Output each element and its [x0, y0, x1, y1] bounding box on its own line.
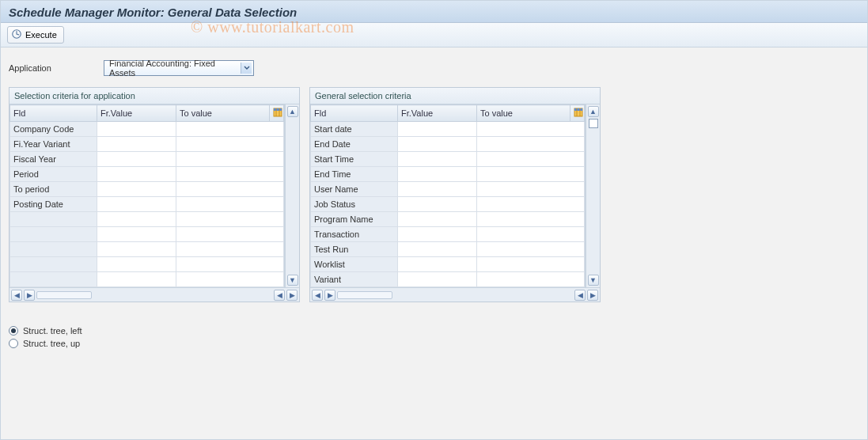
- cell-fr-value[interactable]: [97, 257, 176, 272]
- cell-to-value[interactable]: [176, 242, 284, 257]
- col-to[interactable]: To value: [176, 105, 270, 122]
- grid-app: Fld Fr.Value To value Company CodeF: [9, 104, 285, 287]
- cell-fr-value[interactable]: [398, 182, 477, 197]
- table-row: To period: [10, 182, 284, 197]
- cell-fr-value[interactable]: [97, 242, 176, 257]
- cell-fr-value[interactable]: [97, 272, 176, 287]
- table-row: Program Name: [311, 212, 585, 227]
- vertical-scrollbar[interactable]: ▲ ▼: [586, 104, 600, 287]
- cell-to-value[interactable]: [176, 152, 284, 167]
- scroll-right-icon[interactable]: ▶: [24, 290, 35, 301]
- cell-to-value[interactable]: [176, 137, 284, 152]
- cell-fr-value[interactable]: [398, 167, 477, 182]
- radio-struct-tree-up[interactable]: Struct. tree, up: [9, 339, 859, 348]
- col-fr[interactable]: Fr.Value: [398, 105, 477, 122]
- toolbar: Execute © www.tutorialkart.com: [1, 23, 867, 47]
- scroll-right-icon[interactable]: ▶: [324, 290, 335, 301]
- cell-to-value[interactable]: [176, 122, 284, 137]
- cell-to-value[interactable]: [477, 152, 585, 167]
- col-to[interactable]: To value: [477, 105, 570, 122]
- table-row: Transaction: [311, 227, 585, 242]
- cell-to-value[interactable]: [176, 197, 284, 212]
- col-fld[interactable]: Fld: [10, 105, 97, 122]
- page-title: Schedule Manager Monitor: General Data S…: [9, 6, 859, 19]
- cell-fr-value[interactable]: [97, 182, 176, 197]
- application-dropdown[interactable]: Financial Accounting: Fixed Assets: [104, 60, 254, 76]
- cell-to-value[interactable]: [477, 182, 585, 197]
- select-all-checkbox[interactable]: [589, 119, 598, 128]
- cell-to-value[interactable]: [176, 167, 284, 182]
- cell-fr-value[interactable]: [398, 197, 477, 212]
- cell-fr-value[interactable]: [398, 227, 477, 242]
- cell-to-value[interactable]: [477, 122, 585, 137]
- cell-fld: Worklist: [311, 257, 398, 272]
- cell-to-value[interactable]: [477, 137, 585, 152]
- scroll-right-end-icon[interactable]: ▶: [286, 290, 298, 301]
- configure-columns-button[interactable]: [270, 105, 284, 122]
- scroll-down-icon[interactable]: ▼: [287, 275, 298, 286]
- cell-fr-value[interactable]: [398, 137, 477, 152]
- cell-to-value[interactable]: [176, 227, 284, 242]
- cell-fr-value[interactable]: [398, 272, 477, 287]
- table-row: Variant: [311, 272, 585, 287]
- execute-label: Execute: [25, 30, 57, 40]
- scroll-up-icon[interactable]: ▲: [588, 106, 599, 117]
- table-row: Test Run: [311, 242, 585, 257]
- cell-fr-value[interactable]: [398, 212, 477, 227]
- col-fld[interactable]: Fld: [311, 105, 398, 122]
- cell-fr-value[interactable]: [97, 137, 176, 152]
- cell-fr-value[interactable]: [398, 122, 477, 137]
- cell-fr-value[interactable]: [97, 227, 176, 242]
- radio-label: Struct. tree, up: [23, 339, 80, 348]
- scroll-thumb[interactable]: [337, 291, 392, 299]
- scroll-thumb[interactable]: [36, 291, 92, 299]
- radio-struct-tree-left[interactable]: Struct. tree, left: [9, 326, 859, 336]
- panel-selection-criteria-application: Selection criteria for application Fld F…: [9, 87, 300, 302]
- table-row: End Time: [311, 167, 585, 182]
- cell-to-value[interactable]: [477, 167, 585, 182]
- scroll-left-end-icon[interactable]: ◀: [274, 290, 285, 301]
- cell-to-value[interactable]: [477, 272, 585, 287]
- cell-to-value[interactable]: [477, 257, 585, 272]
- cell-to-value[interactable]: [176, 212, 284, 227]
- scroll-up-icon[interactable]: ▲: [287, 106, 298, 117]
- cell-fld: Test Run: [311, 242, 398, 257]
- scroll-left-icon[interactable]: ◀: [11, 290, 22, 301]
- scroll-down-icon[interactable]: ▼: [588, 275, 599, 286]
- col-fr[interactable]: Fr.Value: [97, 105, 176, 122]
- panel-title: Selection criteria for application: [9, 88, 299, 104]
- cell-to-value[interactable]: [477, 197, 585, 212]
- panels: Selection criteria for application Fld F…: [9, 87, 859, 302]
- radio-label: Struct. tree, left: [23, 326, 82, 336]
- horizontal-scrollbar[interactable]: ◀ ▶ ◀ ▶: [9, 287, 299, 302]
- vertical-scrollbar[interactable]: ▲ ▼: [285, 104, 299, 287]
- cell-fr-value[interactable]: [97, 122, 176, 137]
- cell-fr-value[interactable]: [398, 257, 477, 272]
- cell-fld: Transaction: [311, 227, 398, 242]
- cell-fr-value[interactable]: [398, 242, 477, 257]
- cell-to-value[interactable]: [477, 242, 585, 257]
- table-row: Worklist: [311, 257, 585, 272]
- horizontal-scrollbar[interactable]: ◀ ▶ ◀ ▶: [310, 287, 600, 302]
- table-row: Job Status: [311, 197, 585, 212]
- application-value: Financial Accounting: Fixed Assets: [109, 59, 241, 78]
- cell-fr-value[interactable]: [398, 152, 477, 167]
- cell-to-value[interactable]: [176, 182, 284, 197]
- cell-fr-value[interactable]: [97, 212, 176, 227]
- cell-to-value[interactable]: [176, 272, 284, 287]
- configure-columns-button[interactable]: [570, 105, 585, 122]
- cell-fld: [10, 242, 97, 257]
- cell-to-value[interactable]: [176, 257, 284, 272]
- table-row: Company Code: [10, 122, 284, 137]
- table-row: [10, 227, 284, 242]
- execute-button[interactable]: Execute: [7, 26, 64, 44]
- scroll-left-icon[interactable]: ◀: [312, 290, 323, 301]
- scroll-right-end-icon[interactable]: ▶: [587, 290, 598, 301]
- grid-general: Fld Fr.Value To value Start dateEnd: [310, 104, 586, 287]
- cell-to-value[interactable]: [477, 227, 585, 242]
- cell-fr-value[interactable]: [97, 197, 176, 212]
- cell-fr-value[interactable]: [97, 152, 176, 167]
- cell-to-value[interactable]: [477, 212, 585, 227]
- cell-fr-value[interactable]: [97, 167, 176, 182]
- scroll-left-end-icon[interactable]: ◀: [574, 290, 586, 301]
